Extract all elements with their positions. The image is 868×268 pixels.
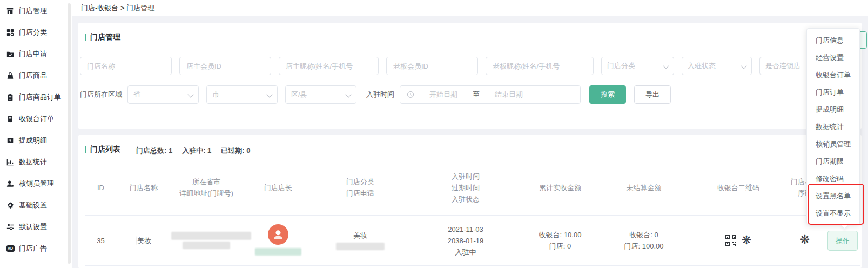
owner-member-id-input[interactable] bbox=[185, 62, 265, 71]
storefront-icon bbox=[6, 6, 15, 15]
owner-info-input[interactable] bbox=[285, 62, 373, 71]
menu-item-change-password[interactable]: 修改密码 bbox=[807, 170, 859, 187]
menu-item-store-orders[interactable]: 门店订单 bbox=[807, 84, 859, 101]
region-label: 门店所在区域 bbox=[80, 90, 122, 99]
entry-status-select[interactable]: 入驻状态 bbox=[682, 57, 752, 75]
unsettled-store: 门店: 100.00 bbox=[596, 240, 692, 252]
manager-avatar bbox=[268, 224, 288, 245]
entry-time-label: 入驻时间 bbox=[366, 90, 394, 99]
sidebar-item-store-category[interactable]: 门店分类 bbox=[0, 22, 72, 43]
menu-item-data-statistics[interactable]: 数据统计 bbox=[807, 118, 859, 136]
district-placeholder: 区/县 bbox=[291, 90, 307, 99]
category-select[interactable]: 门店分类 bbox=[601, 57, 674, 75]
owner-info-input-wrap bbox=[279, 57, 379, 75]
boss-member-id-input-wrap bbox=[386, 57, 478, 75]
sidebar-item-store-goods[interactable]: 门店商品 bbox=[0, 65, 72, 86]
clipboard-icon bbox=[6, 93, 15, 102]
store-name-input[interactable] bbox=[86, 62, 166, 71]
sidebar-item-label: 核销员管理 bbox=[19, 179, 54, 189]
ad-icon: AD bbox=[6, 244, 15, 253]
sidebar-item-store-management[interactable]: 门店管理 bbox=[0, 0, 72, 22]
menu-item-cashier-orders[interactable]: 收银台订单 bbox=[807, 66, 859, 84]
store-table: ID 门店名称 所在省市 详细地址(门牌号) 门店店长 门店分类 门店电话 入驻… bbox=[85, 160, 860, 266]
sidebar-item-store-application[interactable]: 门店申请 bbox=[0, 43, 72, 65]
sidebar-item-label: 收银台订单 bbox=[19, 114, 54, 124]
export-button[interactable]: 导出 bbox=[634, 85, 671, 104]
is-chain-placeholder: 是否连锁店 bbox=[765, 61, 800, 71]
qr-code-icon[interactable] bbox=[725, 235, 736, 246]
district-select[interactable]: 区/县 bbox=[285, 85, 356, 104]
sidebar-item-label: 门店申请 bbox=[19, 49, 47, 59]
search-button[interactable]: 搜索 bbox=[589, 85, 626, 104]
action-dropdown-button[interactable]: 操作 bbox=[827, 231, 858, 251]
miniprogram-code-icon[interactable]: ❋ bbox=[742, 234, 751, 246]
chart-icon bbox=[6, 158, 15, 166]
sliders-icon bbox=[6, 223, 15, 231]
stat-expired: 已过期: 0 bbox=[221, 146, 250, 156]
person-icon bbox=[271, 227, 285, 242]
cell-received: 收银台: 10.00 门店: 0 bbox=[525, 216, 595, 266]
col-store-name: 门店名称 bbox=[117, 160, 171, 216]
cell-address bbox=[171, 216, 242, 266]
redacted-manager-name bbox=[255, 248, 301, 256]
category-value: 美妆 bbox=[315, 230, 406, 241]
unsettled-cashier: 收银台: 0 bbox=[596, 229, 692, 240]
city-select[interactable]: 市 bbox=[206, 85, 278, 104]
clock-icon bbox=[407, 91, 414, 98]
sidebar-item-label: 门店商品 bbox=[19, 71, 47, 81]
menu-item-set-blacklist[interactable]: 设置黑名单 bbox=[807, 187, 859, 205]
province-select[interactable]: 省 bbox=[127, 85, 199, 104]
sidebar-item-store-goods-orders[interactable]: 门店商品订单 bbox=[0, 86, 72, 108]
cell-id: 35 bbox=[85, 216, 117, 266]
sidebar-item-label: 默认设置 bbox=[19, 222, 47, 232]
expire-date: 2038-01-19 bbox=[407, 235, 524, 246]
sidebar-item-basic-settings[interactable]: 基础设置 bbox=[0, 195, 72, 216]
entry-time-range-picker[interactable]: 开始日期 至 结束日期 bbox=[400, 85, 581, 104]
menu-item-set-hidden[interactable]: 设置不显示 bbox=[807, 205, 859, 222]
sidebar-item-label: 门店广告 bbox=[19, 244, 47, 253]
sidebar-item-verifier-management[interactable]: 核销员管理 bbox=[0, 173, 72, 195]
sidebar: 门店管理 门店分类 门店申请 门店商品 门店商品订单 bbox=[0, 0, 72, 268]
sidebar-item-label: 提成明细 bbox=[19, 136, 47, 145]
title-accent-bar bbox=[85, 146, 86, 153]
store-miniprogram-code-icon[interactable]: ❋ bbox=[800, 233, 810, 246]
sidebar-item-store-ads[interactable]: AD 门店广告 bbox=[0, 238, 72, 259]
boss-member-id-input[interactable] bbox=[392, 62, 472, 71]
menu-item-verifier-management[interactable]: 核销员管理 bbox=[807, 136, 859, 153]
boss-info-input-wrap bbox=[486, 57, 594, 75]
page-title: 门店管理 bbox=[90, 32, 120, 42]
money-icon bbox=[6, 136, 15, 145]
menu-item-store-term[interactable]: 门店期限 bbox=[807, 153, 859, 170]
cell-store-name: 美妆 bbox=[117, 216, 171, 266]
sidebar-item-default-settings[interactable]: 默认设置 bbox=[0, 216, 72, 238]
boss-info-input[interactable] bbox=[492, 62, 588, 71]
person-icon bbox=[6, 179, 15, 188]
col-manager: 门店店长 bbox=[242, 160, 314, 216]
sidebar-item-label: 门店商品订单 bbox=[19, 92, 61, 102]
list-title: 门店列表 bbox=[90, 145, 120, 155]
sidebar-item-cashier-orders[interactable]: 收银台订单 bbox=[0, 108, 72, 130]
end-date-placeholder: 结束日期 bbox=[495, 90, 523, 99]
sidebar-item-label: 门店管理 bbox=[19, 6, 47, 16]
store-list-card: 门店列表 门店总数: 1 入驻中: 1 已过期: 0 ID 门店名称 所在省市 … bbox=[78, 135, 862, 268]
menu-item-store-info[interactable]: 门店信息 bbox=[807, 32, 859, 49]
redacted-address-line1 bbox=[171, 232, 251, 240]
col-id: ID bbox=[85, 160, 117, 216]
col-entry-line: 入驻时间 bbox=[407, 171, 524, 182]
menu-item-business-settings[interactable]: 经营设置 bbox=[807, 49, 859, 66]
sidebar-item-label: 基础设置 bbox=[19, 200, 47, 210]
search-button-label: 搜索 bbox=[601, 90, 615, 99]
menu-item-commission-detail[interactable]: 提成明细 bbox=[807, 101, 859, 118]
col-category-phone: 门店分类 门店电话 bbox=[314, 160, 406, 216]
stat-total: 门店总数: 1 bbox=[136, 146, 172, 156]
sidebar-scrollbar[interactable] bbox=[68, 3, 71, 264]
sidebar-item-data-statistics[interactable]: 数据统计 bbox=[0, 151, 72, 173]
col-category-line: 门店分类 bbox=[315, 176, 406, 187]
sidebar-item-label: 门店分类 bbox=[19, 28, 47, 37]
col-unsettled: 未结算金额 bbox=[595, 160, 692, 216]
chevron-down-icon bbox=[187, 91, 193, 97]
export-button-label: 导出 bbox=[645, 90, 660, 99]
start-date-placeholder: 开始日期 bbox=[429, 90, 457, 99]
sidebar-item-commission-detail[interactable]: 提成明细 bbox=[0, 130, 72, 151]
entry-date: 2021-11-03 bbox=[407, 224, 524, 235]
